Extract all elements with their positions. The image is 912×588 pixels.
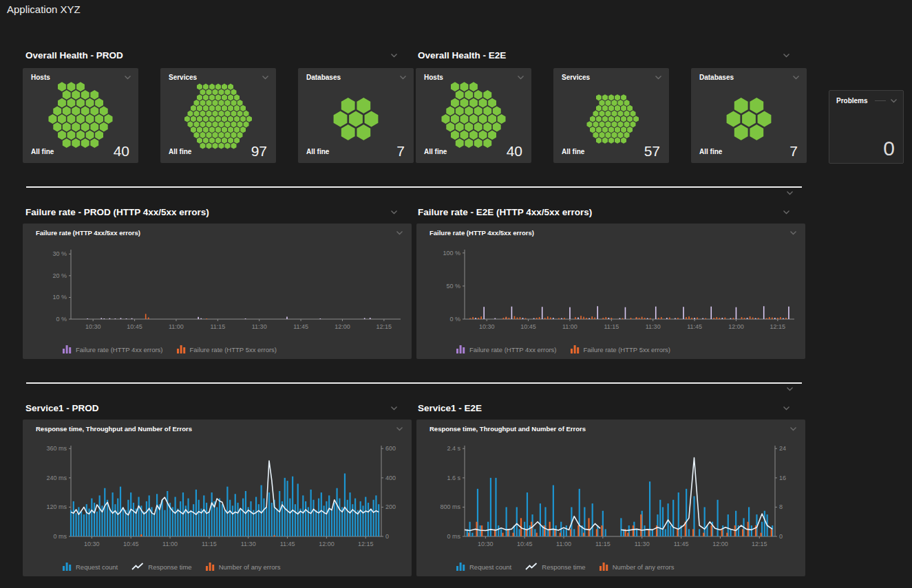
legend-item[interactable]: Failure rate (HTTP 5xx errors) — [177, 345, 277, 353]
legend-label: Request count — [469, 563, 511, 571]
legend-item[interactable]: Number of any errors — [600, 563, 675, 571]
service-e2e-chart[interactable]: 0 ms800 ms1.6 s2.4 s08162410:3010:4511:0… — [421, 436, 801, 554]
chevron-down-icon[interactable] — [783, 53, 790, 58]
chevron-down-icon[interactable] — [262, 75, 269, 80]
section-header-health-prod: Overall Health - PROD — [25, 50, 398, 61]
health-tile-databases-e2e[interactable]: Databases All fine 7 — [691, 68, 807, 163]
svg-text:12:15: 12:15 — [752, 541, 767, 547]
svg-text:11:00: 11:00 — [562, 323, 577, 330]
tile-title: Services — [169, 74, 197, 81]
svg-text:1.6 s: 1.6 s — [447, 475, 460, 481]
svg-text:12:00: 12:00 — [319, 541, 335, 547]
chevron-down-icon[interactable] — [792, 75, 800, 80]
svg-text:12:15: 12:15 — [377, 323, 392, 330]
bar-chart-icon — [456, 563, 465, 571]
chart-tile-failure-prod[interactable]: Failure rate (HTTP 4xx/5xx errors) 0 %10… — [23, 224, 412, 359]
chart-tile-service-e2e[interactable]: Response time, Throughput and Number of … — [416, 420, 805, 576]
section-header-failure-e2e: Failure rate - E2E (HTTP 4xx/5xx errors) — [418, 207, 790, 217]
page-title: Application XYZ — [7, 3, 81, 15]
svg-text:360 ms: 360 ms — [46, 445, 67, 452]
chevron-down-icon[interactable] — [783, 210, 790, 215]
legend-label: Response time — [148, 563, 191, 571]
svg-text:800 ms: 800 ms — [440, 503, 460, 510]
svg-text:11:00: 11:00 — [556, 541, 571, 547]
legend-item[interactable]: Response time — [525, 563, 585, 571]
tile-title: Databases — [699, 74, 734, 81]
chevron-down-icon[interactable] — [390, 406, 398, 411]
chevron-down-icon[interactable] — [396, 426, 403, 431]
svg-text:10:45: 10:45 — [520, 323, 536, 330]
failure-prod-chart[interactable]: 0 %10 %20 %30 %10:3010:4511:0011:1511:30… — [27, 240, 407, 337]
section-title: Overall Health - E2E — [418, 50, 506, 61]
chart-title: Response time, Throughput and Number of … — [430, 425, 586, 433]
svg-text:10:30: 10:30 — [85, 323, 101, 330]
chart-tile-service-prod[interactable]: Response time, Throughput and Number of … — [23, 420, 412, 576]
svg-text:11:45: 11:45 — [687, 323, 702, 330]
svg-text:11:45: 11:45 — [280, 541, 295, 547]
svg-text:11:00: 11:00 — [162, 541, 178, 547]
svg-text:12:00: 12:00 — [335, 323, 350, 330]
service-prod-chart[interactable]: 0 ms120 ms240 ms360 ms020040060010:3010:… — [27, 436, 407, 554]
chart-legend: Failure rate (HTTP 4xx errors)Failure ra… — [456, 345, 670, 353]
problems-tile[interactable]: Problems 0 — [829, 90, 904, 164]
legend-item[interactable]: Number of any errors — [206, 563, 281, 571]
svg-text:10 %: 10 % — [52, 294, 67, 301]
legend-item[interactable]: Request count — [63, 563, 118, 571]
chevron-down-icon[interactable] — [786, 386, 794, 391]
chevron-down-icon[interactable] — [396, 230, 403, 235]
svg-text:120 ms: 120 ms — [46, 503, 67, 510]
legend-item[interactable]: Failure rate (HTTP 4xx errors) — [456, 345, 557, 353]
chart-legend: Request countResponse timeNumber of any … — [456, 563, 674, 571]
svg-text:11:15: 11:15 — [604, 323, 619, 330]
chevron-down-icon[interactable] — [890, 98, 898, 103]
section-title: Failure rate - PROD (HTTP 4xx/5xx errors… — [25, 207, 209, 217]
legend-label: Failure rate (HTTP 4xx errors) — [76, 346, 163, 353]
chevron-down-icon[interactable] — [390, 210, 398, 215]
svg-text:10:45: 10:45 — [127, 323, 142, 330]
legend-item[interactable]: Response time — [131, 563, 191, 571]
legend-label: Failure rate (HTTP 5xx errors) — [584, 346, 671, 353]
chevron-down-icon[interactable] — [783, 406, 790, 411]
chart-title: Failure rate (HTTP 4xx/5xx errors) — [36, 229, 140, 237]
health-tile-hosts-prod[interactable]: Hosts All fine 40 — [23, 68, 138, 163]
svg-text:400: 400 — [385, 475, 396, 481]
chevron-down-icon[interactable] — [124, 75, 131, 80]
legend-label: Failure rate (HTTP 5xx errors) — [190, 346, 277, 353]
chevron-down-icon[interactable] — [399, 75, 407, 80]
section-title: Service1 - E2E — [418, 403, 482, 413]
svg-text:11:30: 11:30 — [635, 541, 650, 547]
legend-item[interactable]: Failure rate (HTTP 5xx errors) — [571, 345, 671, 353]
bar-chart-icon — [63, 345, 72, 353]
chevron-down-icon[interactable] — [786, 190, 794, 195]
chevron-down-icon[interactable] — [789, 426, 797, 431]
svg-text:16: 16 — [779, 475, 786, 481]
entity-count: 40 — [114, 143, 129, 160]
chevron-down-icon[interactable] — [390, 53, 398, 58]
svg-text:10:30: 10:30 — [479, 323, 495, 330]
chevron-down-icon[interactable] — [517, 75, 524, 80]
svg-text:0 ms: 0 ms — [53, 533, 67, 540]
legend-item[interactable]: Request count — [456, 563, 511, 571]
health-tile-databases-prod[interactable]: Databases All fine 7 — [298, 68, 414, 163]
bar-chart-icon — [206, 563, 215, 571]
bar-chart-icon — [456, 345, 465, 353]
svg-text:11:45: 11:45 — [674, 541, 689, 547]
chevron-down-icon[interactable] — [655, 75, 662, 80]
health-tile-services-e2e[interactable]: Services All fine 57 — [553, 68, 669, 163]
chevron-down-icon[interactable] — [789, 230, 797, 235]
svg-text:0 %: 0 % — [449, 316, 460, 323]
svg-text:11:00: 11:00 — [169, 323, 184, 330]
failure-e2e-chart[interactable]: 0 %50 %100 %10:3010:4511:0011:1511:3011:… — [421, 240, 801, 337]
legend-label: Response time — [542, 563, 585, 571]
health-tile-services-prod[interactable]: Services All fine 97 — [160, 68, 276, 163]
legend-label: Number of any errors — [219, 563, 281, 571]
line-icon — [131, 563, 144, 571]
section-header-failure-prod: Failure rate - PROD (HTTP 4xx/5xx errors… — [25, 207, 398, 217]
legend-item[interactable]: Failure rate (HTTP 4xx errors) — [63, 345, 163, 353]
chart-tile-failure-e2e[interactable]: Failure rate (HTTP 4xx/5xx errors) 0 %50… — [416, 224, 805, 359]
svg-text:2.4 s: 2.4 s — [447, 445, 460, 452]
dashboard: Application XYZ Overall Health - PROD Ov… — [0, 0, 912, 588]
health-tile-hosts-e2e[interactable]: Hosts All fine 40 — [416, 68, 531, 163]
svg-text:11:30: 11:30 — [252, 323, 267, 330]
status-text: All fine — [424, 148, 447, 155]
